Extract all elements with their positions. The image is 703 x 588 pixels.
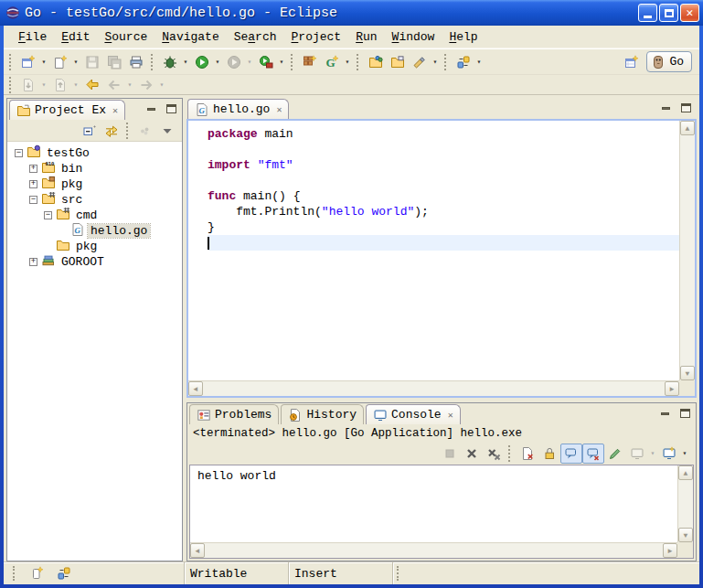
console-horizontal-scrollbar[interactable]: ◄ ► bbox=[190, 542, 677, 558]
close-button[interactable]: ✕ bbox=[680, 4, 699, 22]
run-button[interactable] bbox=[191, 52, 213, 72]
tab-console-close-icon[interactable]: ✕ bbox=[448, 410, 453, 421]
toolbar-grip[interactable] bbox=[151, 54, 155, 70]
new-go-element-button[interactable]: G bbox=[321, 52, 343, 72]
editor-vertical-scrollbar[interactable]: ▲ ▼ bbox=[679, 121, 695, 380]
editor-horizontal-scrollbar[interactable]: ◄ ► bbox=[188, 380, 679, 396]
tree-expander-plus[interactable]: + bbox=[29, 180, 37, 188]
menu-navigate[interactable]: Navigate bbox=[154, 28, 226, 46]
tree-expander-plus[interactable]: + bbox=[29, 165, 37, 173]
debug-button-dropdown[interactable]: ▾ bbox=[181, 52, 190, 72]
pin-console-button[interactable] bbox=[604, 444, 626, 464]
menu-project[interactable]: Project bbox=[284, 28, 349, 46]
scroll-down-icon[interactable]: ▼ bbox=[678, 528, 693, 542]
toolbar-grip[interactable] bbox=[126, 123, 131, 139]
tree-item-bin[interactable]: +010bin bbox=[7, 161, 182, 176]
toolbar-grip[interactable] bbox=[508, 445, 513, 462]
tree-item-goroot[interactable]: +GOROOT bbox=[7, 254, 182, 270]
show-stdout-button[interactable] bbox=[560, 444, 582, 464]
open-go-type-button[interactable] bbox=[365, 52, 387, 72]
tab-problems[interactable]: Problems bbox=[189, 404, 279, 424]
tab-history[interactable]: History bbox=[281, 404, 364, 424]
new-file-button-dropdown[interactable]: ▾ bbox=[71, 52, 80, 72]
new-wizard-button-dropdown[interactable]: ▾ bbox=[39, 52, 48, 72]
tree-expander-minus[interactable]: − bbox=[15, 149, 23, 157]
launch-sync-button-dropdown[interactable]: ▾ bbox=[474, 52, 484, 72]
editor-minimize-button[interactable] bbox=[658, 102, 673, 114]
scroll-left-icon[interactable]: ◄ bbox=[188, 381, 203, 396]
tree-item-testgo[interactable]: −testGo bbox=[7, 145, 182, 161]
scroll-right-icon[interactable]: ► bbox=[665, 381, 679, 396]
tree-item-pkg[interactable]: pkg bbox=[7, 239, 182, 254]
project-explorer-minimize-button[interactable] bbox=[144, 102, 158, 115]
run-button-dropdown[interactable]: ▾ bbox=[213, 52, 222, 72]
minimize-button[interactable] bbox=[638, 4, 657, 22]
open-console-button[interactable] bbox=[658, 444, 680, 464]
title-bar[interactable]: Go - testGo/src/cmd/hello.go - Eclipse ✕ bbox=[0, 0, 703, 26]
remove-launch-button[interactable] bbox=[461, 444, 483, 464]
link-with-editor-button[interactable] bbox=[101, 121, 122, 141]
tab-hello-go[interactable]: G hello.go ✕ bbox=[187, 99, 289, 119]
go-perspective-button[interactable]: Go bbox=[646, 51, 692, 72]
project-explorer-close-icon[interactable]: ✕ bbox=[112, 105, 118, 116]
tab-project-explorer[interactable]: Project Ex ✕ bbox=[9, 100, 125, 120]
last-edit-location-button[interactable] bbox=[81, 75, 103, 95]
new-wizard-button[interactable] bbox=[17, 52, 39, 72]
console-minimize-button[interactable] bbox=[657, 407, 672, 420]
scroll-lock-button[interactable] bbox=[538, 444, 560, 464]
toolbar-grip[interactable] bbox=[291, 54, 295, 70]
external-tools-button[interactable] bbox=[255, 52, 277, 72]
open-perspective-button[interactable] bbox=[621, 52, 643, 72]
maximize-button[interactable] bbox=[659, 4, 678, 22]
tab-console[interactable]: Console✕ bbox=[366, 404, 461, 424]
toolbar-grip[interactable] bbox=[357, 54, 361, 70]
menu-window[interactable]: Window bbox=[385, 28, 442, 46]
tree-item-src[interactable]: −src bbox=[7, 192, 182, 208]
tree-expander-minus[interactable]: − bbox=[44, 211, 52, 219]
search-button-dropdown[interactable]: ▾ bbox=[431, 52, 440, 72]
search-button[interactable] bbox=[409, 52, 431, 72]
clear-console-button[interactable] bbox=[517, 444, 538, 464]
tree-item-pkg[interactable]: +pkg bbox=[7, 176, 182, 192]
tree-expander-minus[interactable]: − bbox=[29, 196, 37, 204]
print-button[interactable] bbox=[125, 52, 147, 72]
launch-sync-button[interactable] bbox=[453, 52, 474, 72]
editor-tab-close-icon[interactable]: ✕ bbox=[276, 104, 282, 115]
tree-item-hello-go[interactable]: Ghello.go bbox=[7, 223, 182, 239]
console-vertical-scrollbar[interactable]: ▲ ▼ bbox=[677, 465, 693, 542]
new-go-element-button-dropdown[interactable]: ▾ bbox=[343, 52, 352, 72]
project-explorer-maximize-button[interactable] bbox=[164, 102, 178, 115]
menu-help[interactable]: Help bbox=[442, 28, 485, 46]
new-go-package-button[interactable] bbox=[299, 52, 321, 72]
menu-source[interactable]: Source bbox=[97, 28, 154, 46]
editor-maximize-button[interactable] bbox=[678, 102, 693, 114]
show-stderr-button[interactable] bbox=[582, 444, 604, 464]
view-menu-button[interactable] bbox=[156, 121, 178, 141]
scroll-down-icon[interactable]: ▼ bbox=[680, 366, 695, 380]
external-tools-button-dropdown[interactable]: ▾ bbox=[277, 52, 286, 72]
scroll-right-icon[interactable]: ► bbox=[663, 543, 677, 558]
status-grip[interactable] bbox=[13, 566, 16, 581]
scroll-up-icon[interactable]: ▲ bbox=[678, 465, 693, 480]
scroll-left-icon[interactable]: ◄ bbox=[190, 543, 205, 558]
status-grip[interactable] bbox=[397, 566, 400, 581]
toolbar-grip[interactable] bbox=[9, 54, 14, 70]
menu-edit[interactable]: Edit bbox=[54, 28, 97, 46]
console-maximize-button[interactable] bbox=[677, 407, 692, 420]
collapse-all-button[interactable] bbox=[79, 121, 101, 141]
toolbar-grip[interactable] bbox=[444, 54, 449, 70]
tree-expander-plus[interactable]: + bbox=[29, 258, 37, 266]
remove-all-launches-button[interactable] bbox=[483, 444, 505, 464]
fast-view-button[interactable] bbox=[26, 563, 48, 583]
scroll-up-icon[interactable]: ▲ bbox=[680, 121, 695, 135]
menu-search[interactable]: Search bbox=[227, 28, 284, 46]
open-console-button-dropdown[interactable]: ▾ bbox=[680, 444, 689, 464]
debug-button[interactable] bbox=[159, 52, 181, 72]
open-resource-button[interactable] bbox=[387, 52, 409, 72]
menu-file[interactable]: File bbox=[11, 28, 54, 46]
tree-item-cmd[interactable]: −cmd bbox=[7, 208, 182, 223]
new-file-button[interactable] bbox=[49, 52, 71, 72]
code-editor[interactable]: package mainimport "fmt"func main() { fm… bbox=[188, 121, 679, 380]
toolbar-grip[interactable] bbox=[9, 77, 14, 93]
menu-run[interactable]: Run bbox=[348, 28, 384, 46]
